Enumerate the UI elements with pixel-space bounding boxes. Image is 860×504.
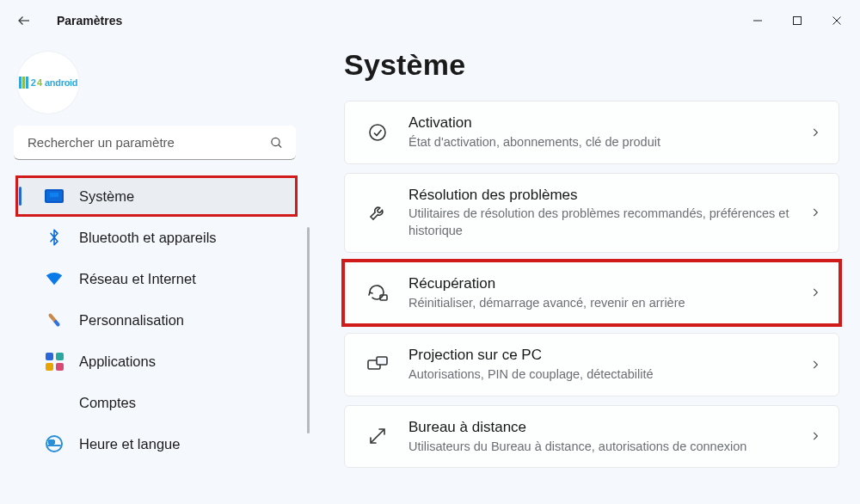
chevron-right-icon (809, 286, 821, 298)
search-wrap (14, 126, 296, 160)
sidebar-item-bluetooth[interactable]: Bluetooth et appareils (17, 218, 296, 256)
close-icon (832, 15, 842, 26)
monitor-icon (45, 187, 64, 206)
setting-card-troubleshoot[interactable]: Résolution des problèmes Utilitaires de … (344, 173, 839, 253)
sidebar-item-label: Personnalisation (79, 312, 184, 329)
workspace: 2 4 android Système (0, 41, 860, 504)
chevron-right-icon (809, 359, 821, 371)
card-subtitle: Utilitaires de résolution des problèmes … (408, 206, 790, 239)
check-circle-icon (366, 122, 390, 143)
sidebar-item-label: Bluetooth et appareils (79, 230, 217, 246)
search-input[interactable] (14, 126, 296, 160)
brush-icon (45, 310, 64, 329)
card-text: Bureau à distance Utilisateurs du Bureau… (408, 418, 790, 456)
card-title: Projection sur ce PC (408, 346, 790, 366)
card-title: Activation (408, 114, 790, 133)
maximize-icon (792, 15, 802, 26)
projection-icon (366, 355, 390, 374)
wrench-icon (366, 202, 390, 223)
card-subtitle: Utilisateurs du Bureau à distance, autor… (408, 439, 790, 456)
sidebar-item-label: Heure et langue (79, 436, 180, 452)
svg-rect-10 (377, 357, 387, 365)
back-button[interactable] (9, 5, 40, 36)
bluetooth-icon (45, 228, 64, 247)
sidebar-nav: Système Bluetooth et appareils Réseau et… (0, 177, 310, 463)
chevron-right-icon (809, 206, 821, 218)
card-text: Activation État d'activation, abonnement… (408, 114, 790, 151)
sidebar-item-accounts[interactable]: Comptes (17, 384, 296, 421)
chevron-right-icon (809, 126, 821, 138)
main-panel: Système Activation État d'activation, ab… (310, 41, 860, 504)
window-controls (738, 4, 857, 37)
card-text: Résolution des problèmes Utilitaires de … (408, 186, 790, 240)
wifi-icon (45, 269, 64, 288)
remote-icon (366, 426, 390, 446)
close-button[interactable] (817, 4, 857, 37)
card-subtitle: Autorisations, PIN de couplage, détectab… (408, 366, 790, 384)
svg-rect-2 (794, 17, 802, 25)
maximize-button[interactable] (777, 4, 817, 37)
user-icon (45, 393, 64, 412)
setting-card-projection[interactable]: Projection sur ce PC Autorisations, PIN … (344, 333, 839, 396)
card-text: Récupération Réinitialiser, démarrage av… (408, 274, 790, 312)
title-bar-left: Paramètres (9, 5, 122, 36)
setting-card-recovery[interactable]: Récupération Réinitialiser, démarrage av… (344, 261, 839, 325)
recovery-icon (366, 282, 390, 303)
search-icon (269, 136, 284, 151)
minimize-icon (752, 15, 763, 26)
sidebar-item-system[interactable]: Système (17, 177, 296, 215)
sidebar-item-label: Applications (79, 353, 156, 370)
svg-point-5 (272, 138, 280, 145)
chevron-right-icon (809, 430, 821, 442)
sidebar-item-personalization[interactable]: Personnalisation (17, 301, 296, 339)
card-title: Résolution des problèmes (408, 186, 790, 206)
page-title: Système (344, 48, 839, 82)
svg-line-6 (279, 144, 281, 147)
sidebar-item-network[interactable]: Réseau et Internet (17, 260, 296, 298)
minimize-button[interactable] (738, 4, 777, 37)
sidebar-item-time-language[interactable]: Heure et langue (17, 425, 296, 463)
title-bar: Paramètres (0, 0, 860, 41)
sidebar-item-label: Réseau et Internet (79, 271, 196, 287)
avatar-logo: 2 4 android (19, 77, 77, 89)
card-text: Projection sur ce PC Autorisations, PIN … (408, 346, 790, 384)
setting-card-remote-desktop[interactable]: Bureau à distance Utilisateurs du Bureau… (344, 405, 839, 469)
sidebar: 2 4 android Système (0, 41, 310, 504)
sidebar-item-label: Système (79, 188, 134, 205)
card-title: Bureau à distance (408, 418, 790, 438)
svg-point-7 (370, 125, 385, 140)
sidebar-item-label: Comptes (79, 395, 136, 411)
svg-line-11 (372, 430, 384, 442)
arrow-left-icon (16, 13, 32, 28)
card-subtitle: Réinitialiser, démarrage avancé, revenir… (408, 295, 790, 312)
setting-card-activation[interactable]: Activation État d'activation, abonnement… (344, 101, 839, 164)
app-title: Paramètres (57, 14, 122, 28)
apps-icon (45, 352, 64, 371)
card-subtitle: État d'activation, abonnements, clé de p… (408, 134, 790, 151)
globe-icon (45, 434, 64, 453)
avatar[interactable]: 2 4 android (17, 52, 79, 114)
card-title: Récupération (408, 274, 790, 294)
sidebar-item-apps[interactable]: Applications (17, 342, 296, 380)
